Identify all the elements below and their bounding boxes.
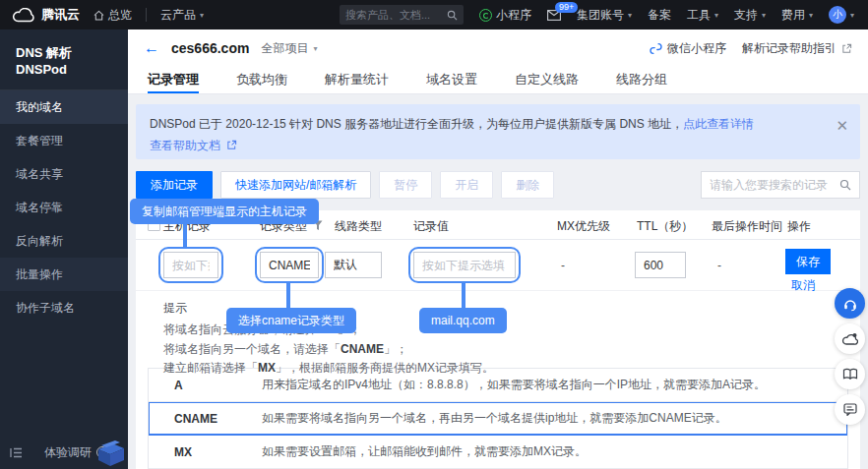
sidebar-item-reverse-resolution[interactable]: 反向解析 [0, 224, 128, 258]
sidebar-item-collaborative-subdomains[interactable]: 协作子域名 [0, 291, 128, 324]
external-link-icon [841, 43, 852, 54]
domain-name: ces666.com [171, 40, 249, 56]
cloud-logo-icon [12, 8, 35, 23]
customer-service-button[interactable] [835, 288, 865, 319]
divider [146, 8, 147, 22]
quick-add-button[interactable]: 快速添加网站/邮箱解析 [220, 171, 371, 199]
chevron-down-icon: ▾ [313, 44, 317, 53]
col-actions: 操作 [787, 218, 811, 235]
survey-icon [843, 403, 857, 416]
search-icon [839, 179, 851, 191]
brand-name: 腾讯云 [41, 6, 80, 24]
save-button[interactable]: 保存 [785, 249, 831, 274]
tab-custom-lines[interactable]: 自定义线路 [515, 67, 579, 93]
sidebar-item-plan-management[interactable]: 套餐管理 [0, 124, 128, 157]
global-search-input[interactable] [345, 9, 447, 21]
chevron-down-icon: ▾ [714, 11, 718, 20]
wechat-miniprogram-icon [650, 42, 662, 55]
chevron-down-icon: ▾ [850, 11, 854, 20]
nav-beian[interactable]: 备案 [648, 7, 671, 24]
record-management-content: DNSPod 已于 2020-12-15 针对 DNS 服务器地址进行全面升级，… [128, 94, 868, 469]
record-search-input[interactable] [710, 178, 839, 192]
user-menu[interactable]: 小 ▾ [829, 6, 854, 24]
domain-header: ← ces666.com 全部项目▾ 微信小程序 解析记录帮助指引 [128, 29, 868, 67]
avatar: 小 [829, 6, 846, 24]
record-type-row-mx: MX 如果需要设置邮箱，让邮箱能收到邮件，就需要添加MX记录。 [149, 436, 847, 469]
chevron-down-icon: ▾ [200, 11, 204, 20]
sidebar-item-batch-operations[interactable]: 批量操作 [0, 258, 128, 291]
record-search[interactable] [701, 171, 860, 199]
record-type-input[interactable] [260, 252, 319, 278]
tips-line: 将域名指向另一个域名，请选择「CNAME」； [163, 340, 860, 360]
mx-priority-value: - [561, 259, 565, 272]
documentation-button[interactable] [835, 359, 865, 389]
nav-products[interactable]: 云产品▾ [160, 7, 204, 24]
message-count-badge: 99+ [555, 2, 578, 13]
sidebar-title: DNS 解析 DNSPod [0, 29, 128, 90]
nav-miniprogram[interactable]: 小程序 [479, 7, 531, 24]
survey-box-graphic [93, 438, 126, 467]
ttl-input[interactable] [635, 252, 686, 278]
headset-icon [842, 296, 858, 312]
tab-resolution-statistics[interactable]: 解析量统计 [325, 67, 389, 93]
wechat-miniprogram-link[interactable]: 微信小程序 [650, 40, 726, 57]
record-edit-row: - - 保存 取消 [136, 240, 860, 291]
tab-domain-settings[interactable]: 域名设置 [426, 67, 477, 93]
tab-record-management[interactable]: 记录管理 [148, 67, 199, 93]
upgrade-notice-banner: DNSPod 已于 2020-12-15 针对 DNS 服务器地址进行全面升级，… [136, 104, 860, 159]
external-link-icon [226, 140, 237, 150]
col-ttl: TTL（秒） [637, 218, 693, 235]
delete-button[interactable]: 删除 [501, 171, 554, 199]
sidebar-item-my-domains[interactable]: 我的域名 [0, 90, 128, 124]
tab-line-groups[interactable]: 线路分组 [616, 67, 667, 93]
host-record-input[interactable] [163, 252, 218, 278]
nav-messages[interactable]: 99+ [547, 10, 561, 21]
record-value-input[interactable] [413, 252, 516, 278]
nav-billing[interactable]: 费用▾ [781, 7, 813, 24]
col-value: 记录值 [413, 218, 449, 235]
feedback-button[interactable] [835, 323, 865, 354]
record-toolbar: 添加记录 快速添加网站/邮箱解析 暂停 开启 删除 [136, 171, 860, 199]
col-host: 主机记录 [163, 218, 211, 235]
add-record-button[interactable]: 添加记录 [136, 171, 213, 199]
banner-doc-link[interactable]: 查看帮助文档 [150, 139, 220, 152]
main-panel: ← ces666.com 全部项目▾ 微信小程序 解析记录帮助指引 记录管理 负… [128, 29, 868, 469]
tips-line: 将域名指向云服务器，请选择「A」； [163, 321, 860, 340]
resolution-help-link[interactable]: 解析记录帮助指引 [742, 40, 852, 57]
col-type: 记录类型 [260, 218, 307, 235]
tips-panel: 提示 将域名指向云服务器，请选择「A」； 将域名指向另一个域名，请选择「CNAM… [136, 291, 860, 368]
select-all-checkbox[interactable] [148, 218, 160, 231]
sidebar-item-domain-sharing[interactable]: 域名共享 [0, 157, 128, 191]
sidebar-item-domain-parking[interactable]: 域名停靠 [0, 191, 128, 224]
home-icon [93, 10, 104, 21]
records-table: 主机记录 记录类型 线路类型 记录值 MX优先级 TTL（秒） 最后操作时间 操… [136, 210, 860, 469]
collapse-sidebar-icon[interactable] [10, 447, 23, 458]
sidebar: DNS 解析 DNSPod 我的域名 套餐管理 域名共享 域名停靠 反向解析 批… [0, 29, 128, 469]
pause-button[interactable]: 暂停 [379, 171, 432, 199]
record-type-row-cname: CNAME 如果需要将域名指向另一个域名，再由另一个域名提供ip地址，就需要添加… [149, 402, 847, 436]
nav-overview[interactable]: 总览 [93, 7, 132, 24]
nav-support[interactable]: 支持▾ [734, 7, 766, 24]
last-op-time-value: - [717, 259, 721, 272]
filter-icon[interactable] [313, 220, 323, 231]
col-line: 线路类型 [335, 218, 382, 235]
tencent-cloud-logo[interactable]: 腾讯云 [12, 6, 80, 24]
banner-detail-link[interactable]: 点此查看详情 [683, 117, 754, 131]
start-button[interactable]: 开启 [440, 171, 493, 199]
cancel-button[interactable]: 取消 [791, 277, 815, 294]
records-table-header: 主机记录 记录类型 线路类型 记录值 MX优先级 TTL（秒） 最后操作时间 操… [136, 210, 860, 240]
floating-action-buttons [835, 288, 865, 425]
tab-load-balancing[interactable]: 负载均衡 [236, 67, 287, 93]
nav-tools[interactable]: 工具▾ [687, 7, 718, 24]
project-filter-dropdown[interactable]: 全部项目▾ [261, 40, 317, 57]
col-last-op: 最后操作时间 [712, 218, 782, 235]
nav-group-account[interactable]: 集团账号▾ [577, 7, 632, 24]
chevron-down-icon: ▾ [809, 11, 813, 20]
close-icon[interactable]: ✕ [836, 112, 848, 139]
line-type-select[interactable] [325, 252, 382, 278]
back-icon[interactable]: ← [144, 40, 159, 56]
global-search[interactable] [340, 5, 464, 25]
chevron-down-icon: ▾ [628, 11, 632, 20]
col-mx: MX优先级 [557, 218, 610, 235]
survey-button[interactable] [835, 394, 865, 425]
